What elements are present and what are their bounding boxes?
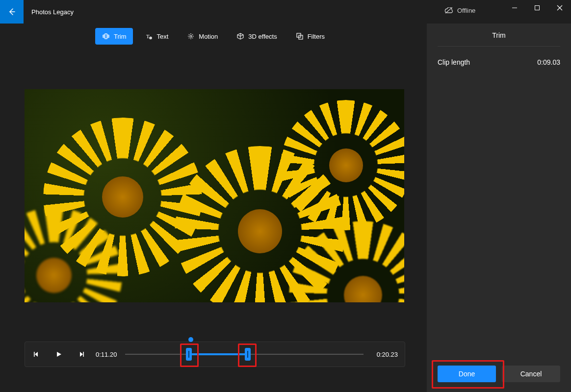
play-button[interactable]: [48, 342, 70, 367]
filters-icon: [296, 32, 304, 40]
playhead[interactable]: [188, 337, 193, 342]
title-bar: Photos Legacy Offline: [0, 0, 571, 24]
playback-bar: 0:11.20 0:20.23: [25, 342, 405, 367]
tab-filters[interactable]: Filters: [289, 28, 332, 45]
svg-rect-18: [34, 352, 35, 357]
tab-3d-effects[interactable]: 3D effects: [230, 28, 284, 45]
clip-length-value: 0:09.03: [537, 58, 560, 66]
svg-rect-2: [535, 6, 540, 10]
trim-start-handle[interactable]: [186, 348, 192, 361]
arrow-left-icon: [8, 8, 16, 16]
tab-3d-effects-label: 3D effects: [248, 33, 277, 40]
trim-selection: [188, 353, 247, 355]
svg-rect-5: [105, 34, 107, 39]
window-controls: [503, 0, 571, 16]
tab-text[interactable]: T Text: [138, 28, 175, 45]
tab-trim[interactable]: Trim: [95, 28, 133, 45]
svg-rect-21: [83, 352, 84, 357]
cube-icon: [236, 32, 244, 40]
current-time: 0:11.20: [96, 351, 125, 358]
cancel-button[interactable]: Cancel: [502, 366, 560, 382]
step-back-icon: [33, 351, 40, 358]
svg-point-14: [190, 35, 192, 37]
tab-filters-label: Filters: [308, 33, 325, 40]
clip-length-label: Clip length: [438, 58, 470, 66]
tab-motion[interactable]: Motion: [180, 28, 225, 45]
panel-title: Trim: [438, 24, 560, 47]
maximize-button[interactable]: [526, 0, 548, 16]
trim-end-handle[interactable]: [245, 348, 251, 361]
back-button[interactable]: [0, 0, 24, 24]
close-button[interactable]: [548, 0, 571, 16]
trim-icon: [102, 32, 110, 40]
offline-indicator: Offline: [444, 7, 475, 14]
previous-frame-button[interactable]: [25, 342, 48, 367]
clip-length-row: Clip length 0:09.03: [427, 47, 571, 66]
maximize-icon: [534, 5, 540, 11]
done-button[interactable]: Done: [438, 366, 496, 382]
tab-text-label: Text: [156, 33, 168, 40]
cloud-offline-icon: [444, 7, 453, 14]
svg-text:T: T: [146, 33, 150, 39]
text-icon: T: [145, 32, 153, 40]
edit-toolbar: Trim T Text Motion 3D effects Filters: [0, 26, 427, 46]
offline-label: Offline: [457, 7, 475, 14]
done-label: Done: [459, 370, 475, 378]
svg-marker-19: [57, 352, 61, 357]
svg-marker-17: [35, 352, 38, 357]
panel-footer: Done Cancel: [427, 366, 571, 392]
video-preview: [25, 89, 404, 302]
tab-motion-label: Motion: [199, 33, 218, 40]
step-forward-icon: [78, 351, 85, 358]
trim-track[interactable]: [125, 342, 363, 367]
side-panel: Trim Clip length 0:09.03 Done Cancel: [427, 24, 571, 392]
app-title: Photos Legacy: [31, 8, 74, 16]
play-icon: [55, 351, 62, 358]
minimize-icon: [512, 5, 518, 11]
minimize-button[interactable]: [503, 0, 526, 16]
total-time: 0:20.23: [363, 351, 405, 358]
close-icon: [557, 5, 563, 11]
cancel-label: Cancel: [520, 370, 542, 378]
tab-trim-label: Trim: [114, 33, 127, 40]
next-frame-button[interactable]: [70, 342, 93, 367]
svg-line-0: [445, 7, 452, 13]
motion-icon: [187, 32, 195, 40]
svg-marker-20: [80, 352, 83, 357]
